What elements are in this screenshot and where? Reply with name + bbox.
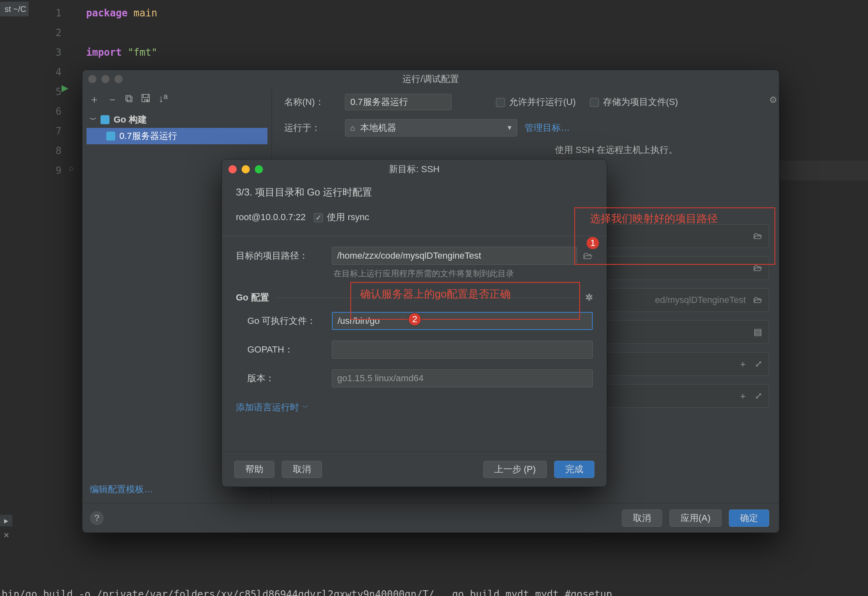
use-rsync-checkbox[interactable]: 使用 rsync: [314, 211, 369, 223]
fold-icon[interactable]: ⌂: [69, 164, 73, 173]
chevron-down-icon: ▼: [506, 124, 513, 132]
gopher-icon: [101, 115, 110, 124]
help-icon[interactable]: ?: [90, 511, 104, 525]
manage-targets-link[interactable]: 管理目标…: [525, 122, 570, 134]
identifier: main: [134, 7, 158, 19]
run-gutter-icon[interactable]: ▶: [62, 83, 69, 93]
line-number: 5: [41, 82, 62, 102]
save-config-icon[interactable]: 🖫: [140, 92, 151, 107]
go-exec-label: Go 可执行文件：: [236, 315, 326, 327]
apply-button[interactable]: 应用(A): [669, 510, 722, 527]
project-path-label: 目标的项目路径：: [236, 250, 326, 262]
add-runtime-link[interactable]: 添加语言运行时﹀: [236, 401, 309, 414]
list-icon[interactable]: ▤: [754, 327, 762, 337]
edit-config-templates-link[interactable]: 编辑配置模板…: [90, 483, 153, 496]
keyword: import: [86, 47, 122, 58]
folder-icon[interactable]: 🗁: [753, 295, 762, 305]
add-config-icon[interactable]: ＋: [89, 92, 100, 107]
previous-button[interactable]: 上一步 (P): [483, 461, 547, 478]
terminal-output[interactable]: bin/go build -o /private/var/folders/xv/…: [0, 545, 868, 596]
ssh-note: 使用 SSH 在远程主机上执行。: [284, 144, 769, 156]
line-number: 8: [41, 141, 62, 161]
ok-button[interactable]: 确定: [729, 510, 769, 527]
keyword: package: [86, 7, 128, 19]
gopath-input[interactable]: [332, 341, 593, 359]
ssh-step-label: 3/3. 项目目录和 Go 运行时配置: [236, 186, 593, 199]
string: "fmt": [128, 47, 157, 58]
project-path-hint: 在目标上运行应用程序所需的文件将复制到此目录: [333, 268, 593, 279]
config-toolbar: ＋ － ⧉ 🖫 ↓ª: [82, 88, 272, 110]
version-label: 版本：: [236, 372, 326, 384]
dialog-footer: ? 取消 应用(A) 确定: [82, 503, 779, 532]
window-traffic-lights[interactable]: [228, 165, 263, 173]
line-number: 1: [41, 3, 62, 23]
config-name-input[interactable]: [345, 94, 452, 110]
line-number: 7: [41, 121, 62, 141]
gopath-label: GOPATH：: [236, 343, 326, 356]
line-number: 6: [41, 102, 62, 121]
finish-button[interactable]: 完成: [554, 461, 594, 478]
copy-config-icon[interactable]: ⧉: [125, 92, 133, 107]
allow-parallel-checkbox[interactable]: 允许并行运行(U): [496, 96, 576, 108]
home-icon: ⌂: [350, 123, 355, 133]
add-icon[interactable]: ＋: [738, 390, 747, 402]
line-number: 3: [41, 43, 62, 62]
sort-config-icon[interactable]: ↓ª: [158, 92, 168, 107]
help-button[interactable]: 帮助: [234, 461, 274, 478]
project-tab[interactable]: st ~/C: [0, 2, 29, 16]
ssh-host-label: root@10.0.0.7:22: [236, 212, 306, 223]
terminal-tab-chevron[interactable]: ▸: [0, 515, 12, 526]
cancel-button[interactable]: 取消: [282, 461, 322, 478]
annotation-badge-2: 2: [408, 312, 422, 326]
project-path-input[interactable]: [332, 247, 577, 265]
maximize-icon[interactable]: [255, 165, 263, 173]
name-label: 名称(N)：: [284, 96, 338, 108]
chevron-down-icon: ﹀: [90, 116, 96, 124]
annotation-badge-1: 1: [586, 236, 600, 250]
ssh-dialog-title: 新目标: SSH: [222, 159, 607, 179]
config-tree[interactable]: ﹀ Go 构建 0.7服务器运行: [82, 110, 272, 146]
code-editor[interactable]: package main import "fmt": [86, 3, 868, 62]
run-on-value: 本地机器: [360, 122, 396, 134]
tree-item-selected[interactable]: 0.7服务器运行: [87, 128, 267, 144]
ssh-dialog-footer: 帮助 取消 上一步 (P) 完成: [222, 451, 607, 487]
terminal-line: bin/go build -o /private/var/folders/xv/…: [2, 585, 868, 596]
annotation-text-2: 确认服务器上的go配置是否正确: [360, 287, 511, 301]
tree-item-label: 0.7服务器运行: [119, 130, 177, 142]
annotation-text-1: 选择我们映射好的项目路径: [590, 212, 718, 226]
tree-group-go-build[interactable]: ﹀ Go 构建: [87, 111, 267, 128]
minimize-icon[interactable]: [242, 165, 250, 173]
line-number: 4: [41, 62, 62, 82]
gear-icon[interactable]: ⚙: [769, 95, 777, 105]
close-icon[interactable]: [228, 165, 237, 173]
go-config-section-label: Go 配置: [236, 291, 269, 304]
run-on-combo[interactable]: ⌂ 本地机器 ▼: [345, 119, 517, 136]
store-as-project-checkbox[interactable]: 存储为项目文件(S): [590, 96, 678, 108]
line-number: 9: [41, 161, 62, 180]
expand-icon[interactable]: ⤢: [755, 359, 762, 369]
remove-config-icon[interactable]: －: [107, 92, 118, 107]
tree-group-label: Go 构建: [114, 114, 147, 126]
expand-icon[interactable]: ⤢: [755, 391, 762, 401]
chevron-down-icon: ﹀: [302, 403, 309, 412]
gear-icon[interactable]: ✲: [585, 292, 593, 303]
run-on-label: 运行于：: [284, 122, 338, 134]
terminal-close-icon[interactable]: ✕: [0, 529, 12, 541]
gopher-icon: [106, 132, 115, 141]
add-icon[interactable]: ＋: [738, 358, 747, 370]
window-traffic-lights[interactable]: [88, 75, 123, 83]
line-number: 2: [41, 23, 62, 43]
cancel-button[interactable]: 取消: [622, 510, 662, 527]
go-version-display: [332, 369, 593, 387]
dialog-title: 运行/调试配置: [82, 70, 779, 88]
